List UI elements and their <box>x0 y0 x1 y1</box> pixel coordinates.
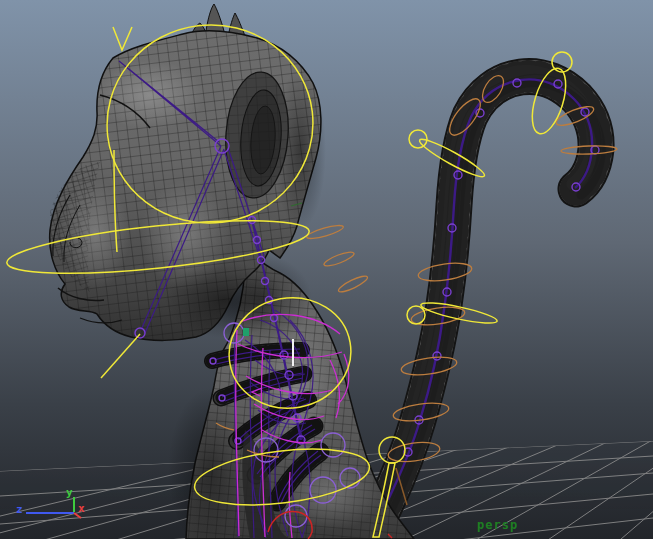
x-axis-label: x <box>78 502 85 515</box>
selection-marker-teal <box>243 328 249 336</box>
z-axis-label: z <box>16 503 23 516</box>
viewport-canvas[interactable]: persp y z x <box>0 0 653 539</box>
y-axis-label: y <box>66 486 73 499</box>
camera-name-label: persp <box>477 518 518 532</box>
3d-viewport[interactable]: persp y z x <box>0 0 653 539</box>
